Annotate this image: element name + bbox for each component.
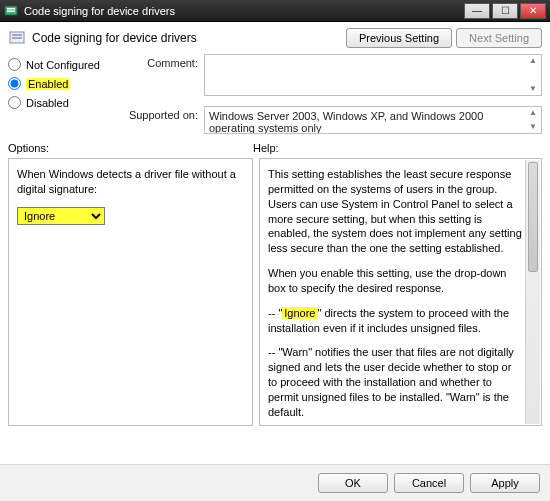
cancel-button[interactable]: Cancel	[394, 473, 464, 493]
help-heading: Help:	[253, 142, 279, 154]
title-bar: Code signing for device drivers — ☐ ✕	[0, 0, 550, 22]
radio-enabled[interactable]: Enabled	[8, 77, 118, 90]
apply-button[interactable]: Apply	[470, 473, 540, 493]
help-text: When you enable this setting, use the dr…	[268, 266, 523, 296]
maximize-button[interactable]: ☐	[492, 3, 518, 19]
system-icon	[4, 4, 18, 18]
svg-rect-2	[7, 10, 15, 12]
svg-rect-4	[12, 34, 22, 36]
scroll-indicator: ▲▼	[526, 108, 540, 132]
comment-input[interactable]: ▲▼	[204, 54, 542, 96]
ok-button[interactable]: OK	[318, 473, 388, 493]
scroll-indicator: ▲▼	[526, 56, 540, 94]
radio-not-configured-input[interactable]	[8, 58, 21, 71]
minimize-button[interactable]: —	[464, 3, 490, 19]
radio-not-configured[interactable]: Not Configured	[8, 58, 118, 71]
window-title: Code signing for device drivers	[24, 5, 464, 17]
policy-icon	[8, 29, 26, 47]
previous-setting-button[interactable]: Previous Setting	[346, 28, 452, 48]
supported-on-value: Windows Server 2003, Windows XP, and Win…	[209, 110, 483, 134]
scrollbar-thumb[interactable]	[528, 162, 538, 272]
help-text: This setting establishes the least secur…	[268, 167, 523, 256]
svg-rect-1	[7, 8, 15, 10]
dialog-footer: OK Cancel Apply	[0, 464, 550, 501]
response-dropdown[interactable]: Ignore	[17, 207, 105, 225]
radio-disabled[interactable]: Disabled	[8, 96, 118, 109]
help-highlight-ignore: Ignore	[282, 307, 317, 319]
help-text: -- "Warn" notifies the user that files a…	[268, 345, 523, 419]
radio-enabled-input[interactable]	[8, 77, 21, 90]
supported-on-label: Supported on:	[126, 106, 198, 121]
svg-rect-5	[12, 37, 22, 39]
close-button[interactable]: ✕	[520, 3, 546, 19]
radio-label: Disabled	[26, 97, 69, 109]
window-controls: — ☐ ✕	[464, 3, 546, 19]
options-pane: When Windows detects a driver file witho…	[8, 158, 253, 426]
help-pane: This setting establishes the least secur…	[259, 158, 542, 426]
options-heading: Options:	[8, 142, 253, 154]
radio-label: Not Configured	[26, 59, 100, 71]
radio-label: Enabled	[26, 78, 70, 90]
page-title: Code signing for device drivers	[32, 31, 197, 45]
next-setting-button: Next Setting	[456, 28, 542, 48]
help-text: -- "Ignore" directs the system to procee…	[268, 306, 523, 336]
help-scrollbar[interactable]	[525, 160, 540, 424]
radio-disabled-input[interactable]	[8, 96, 21, 109]
options-description: When Windows detects a driver file witho…	[17, 167, 244, 197]
comment-label: Comment:	[126, 54, 198, 69]
supported-on-box: Windows Server 2003, Windows XP, and Win…	[204, 106, 542, 134]
